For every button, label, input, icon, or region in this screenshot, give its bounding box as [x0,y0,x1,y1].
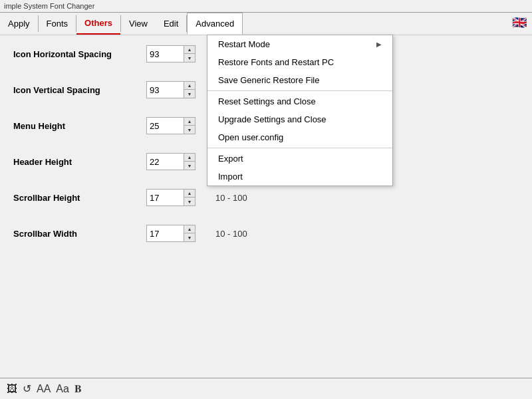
spinner-down-icon-horizontal-spacing[interactable]: ▼ [184,54,195,62]
language-flag[interactable]: 🇬🇧 [507,13,532,35]
dropdown-item-reset-settings[interactable]: Reset Settings and Close [207,92,392,110]
spinner-up-icon-vertical-spacing[interactable]: ▲ [184,82,195,90]
bottom-bar: 🖼↺AAAa𝐁 [0,378,532,399]
spinner-up-scrollbar-width[interactable]: ▲ [184,225,195,233]
field-label-icon-vertical-spacing: Icon Vertical Spacing [13,85,146,95]
menu-apply[interactable]: Apply [0,13,38,35]
field-range-scrollbar-height: 10 - 100 [215,193,247,203]
field-row-scrollbar-width: Scrollbar Width▲▼10 - 100 [13,225,519,242]
refresh-icon[interactable]: ↺ [23,382,31,395]
menu-edit[interactable]: Edit [156,13,186,35]
menu-others[interactable]: Others [76,13,120,35]
bold-icon[interactable]: 𝐁 [74,383,82,395]
spinner-down-icon-vertical-spacing[interactable]: ▼ [184,90,195,98]
dropdown-item-import[interactable]: Import [207,168,392,186]
title-bar: imple System Font Changer [0,0,532,13]
image-icon[interactable]: 🖼 [7,383,17,395]
dropdown-sep-save-generic [207,90,392,91]
spinner-up-icon-horizontal-spacing[interactable]: ▲ [184,46,195,54]
input-menu-height[interactable] [147,118,184,134]
dropdown-item-export[interactable]: Export [207,150,392,168]
spinner-buttons-header-height: ▲▼ [184,154,195,170]
menu-view[interactable]: View [121,13,156,35]
dropdown-item-upgrade-settings[interactable]: Upgrade Settings and Close [207,110,392,128]
spinner-buttons-icon-vertical-spacing: ▲▼ [184,82,195,98]
spinner-buttons-menu-height: ▲▼ [184,118,195,134]
spinner-up-menu-height[interactable]: ▲ [184,118,195,126]
spinner-header-height: ▲▼ [146,153,196,170]
input-scrollbar-height[interactable] [147,190,184,205]
menu-bar: Apply Fonts Others View Edit Advanced 🇬🇧… [0,13,532,35]
field-label-menu-height: Menu Height [13,121,146,131]
spinner-down-scrollbar-width[interactable]: ▼ [184,233,195,241]
field-label-icon-horizontal-spacing: Icon Horizontal Spacing [13,49,146,59]
field-label-scrollbar-height: Scrollbar Height [13,193,146,203]
spinner-buttons-scrollbar-height: ▲▼ [184,190,195,205]
input-icon-horizontal-spacing[interactable] [147,46,184,62]
input-icon-vertical-spacing[interactable] [147,82,184,98]
dropdown-sep-open-config [207,148,392,148]
field-row-scrollbar-height: Scrollbar Height▲▼10 - 100 [13,189,519,206]
field-label-header-height: Header Height [13,157,146,167]
advanced-dropdown: Restart Mode▶Restore Fonts and Restart P… [207,35,393,186]
spinner-down-header-height[interactable]: ▼ [184,162,195,170]
spinner-icon-vertical-spacing: ▲▼ [146,81,196,98]
dropdown-item-save-generic[interactable]: Save Generic Restore File [207,71,392,89]
spinner-menu-height: ▲▼ [146,117,196,134]
field-range-scrollbar-width: 10 - 100 [215,229,247,239]
menu-advanced[interactable]: Advanced [187,13,243,35]
input-scrollbar-width[interactable] [147,225,184,241]
spinner-buttons-icon-horizontal-spacing: ▲▼ [184,46,195,62]
spinner-up-scrollbar-height[interactable]: ▲ [184,190,195,198]
spinner-scrollbar-height: ▲▼ [146,189,196,206]
spinner-buttons-scrollbar-width: ▲▼ [184,225,195,241]
field-label-scrollbar-width: Scrollbar Width [13,229,146,239]
dropdown-item-restore-fonts[interactable]: Restore Fonts and Restart PC [207,53,392,71]
dropdown-item-open-config[interactable]: Open user.config [207,128,392,146]
spinner-down-menu-height[interactable]: ▼ [184,126,195,134]
font-size-medium-icon[interactable]: Aa [56,383,69,395]
title-bar-text: imple System Font Changer [4,2,94,10]
spinner-down-scrollbar-height[interactable]: ▼ [184,198,195,205]
spinner-up-header-height[interactable]: ▲ [184,154,195,162]
spinner-icon-horizontal-spacing: ▲▼ [146,45,196,63]
dropdown-item-restart-mode[interactable]: Restart Mode▶ [207,35,392,53]
menu-fonts[interactable]: Fonts [39,13,76,35]
spinner-scrollbar-width: ▲▼ [146,225,196,242]
font-size-large-icon[interactable]: AA [37,383,51,395]
input-header-height[interactable] [147,154,184,170]
